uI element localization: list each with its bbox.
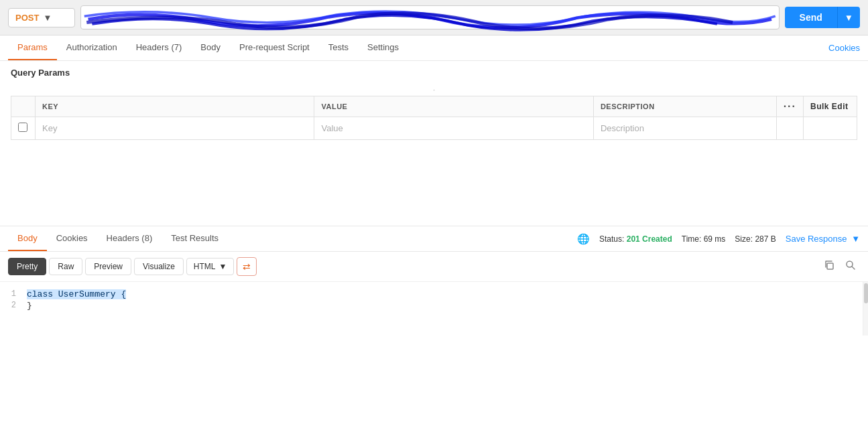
- key-cell[interactable]: Key: [36, 117, 314, 140]
- col-more-header: ···: [776, 96, 803, 117]
- wrap-button[interactable]: ⇄: [237, 257, 257, 276]
- copy-icon: [824, 260, 834, 271]
- send-button[interactable]: Send: [785, 7, 837, 28]
- bulk-cell: [804, 117, 857, 140]
- top-bar: POST ▼ Send ▼: [0, 0, 868, 35]
- code-line-1: 1 class UserSummery {: [0, 289, 868, 300]
- scrollbar-track: [863, 282, 868, 335]
- bulk-edit-button[interactable]: Bulk Edit: [810, 102, 849, 111]
- request-tabs-row: Params Authorization Headers (7) Body Pr…: [0, 35, 868, 61]
- method-chevron-icon: ▼: [43, 13, 52, 23]
- method-label: POST: [15, 13, 39, 23]
- status-bar: 🌐 Status: 201 Created Time: 69 ms Size: …: [577, 233, 860, 245]
- send-dropdown-button[interactable]: ▼: [837, 7, 860, 28]
- tab-tests[interactable]: Tests: [319, 35, 358, 60]
- svg-rect-0: [827, 263, 833, 269]
- search-button[interactable]: [841, 257, 860, 276]
- empty-space: [0, 140, 868, 220]
- col-bulk-header: Bulk Edit: [804, 96, 857, 117]
- value-cell[interactable]: Value: [314, 117, 593, 140]
- line-number-1: 1: [0, 289, 27, 299]
- code-wrapper: 1 class UserSummery { 2 }: [0, 282, 868, 335]
- code-area: 1 class UserSummery { 2 }: [0, 282, 868, 335]
- status-label: Status: 201 Created: [599, 234, 672, 244]
- url-input[interactable]: [80, 5, 780, 29]
- tab-body[interactable]: Body: [191, 35, 230, 60]
- response-tabs-row: Body Cookies Headers (8) Test Results 🌐 …: [0, 226, 868, 252]
- col-value-header: VALUE: [314, 96, 593, 117]
- response-tab-cookies[interactable]: Cookies: [47, 226, 97, 251]
- description-cell[interactable]: Description: [593, 117, 776, 140]
- code-line-2: 2 }: [0, 300, 868, 311]
- url-bar: [80, 5, 780, 29]
- method-select[interactable]: POST ▼: [8, 8, 75, 27]
- status-value: 201 Created: [627, 234, 672, 244]
- more-options-icon[interactable]: ···: [784, 100, 796, 112]
- tab-headers[interactable]: Headers (7): [127, 35, 192, 60]
- response-tab-headers[interactable]: Headers (8): [97, 226, 162, 251]
- tab-authorization[interactable]: Authorization: [57, 35, 127, 60]
- bottom-section: Body Cookies Headers (8) Test Results 🌐 …: [0, 226, 868, 335]
- col-checkbox: [11, 96, 36, 117]
- format-type-chevron-icon: ▼: [219, 262, 227, 271]
- more-cell: [776, 117, 803, 140]
- response-tab-test-results[interactable]: Test Results: [162, 226, 228, 251]
- tab-params[interactable]: Params: [8, 35, 57, 60]
- params-table: KEY VALUE DESCRIPTION ··· Bulk Edit: [11, 96, 857, 140]
- tab-settings[interactable]: Settings: [358, 35, 408, 60]
- scrollbar-thumb[interactable]: [864, 283, 868, 303]
- query-params-title: Query Params: [11, 68, 857, 78]
- format-raw-button[interactable]: Raw: [49, 258, 82, 275]
- cookies-link[interactable]: Cookies: [828, 43, 860, 53]
- tab-prerequest[interactable]: Pre-request Script: [230, 35, 319, 60]
- format-type-select[interactable]: HTML ▼: [186, 258, 235, 275]
- time-value: 69 ms: [704, 234, 726, 244]
- query-params-section: Query Params · KEY VALUE DESCRIPTION ···: [0, 61, 868, 140]
- save-response-button[interactable]: Save Response ▼: [786, 234, 860, 244]
- search-icon: [845, 260, 856, 271]
- format-visualize-button[interactable]: Visualize: [134, 258, 184, 275]
- format-pretty-button[interactable]: Pretty: [8, 258, 46, 275]
- size-value: 287 B: [755, 234, 776, 244]
- dot-separator: ·: [11, 83, 857, 96]
- table-row: Key Value Description: [11, 117, 857, 140]
- response-toolbar: Pretty Raw Preview Visualize HTML ▼ ⇄: [0, 252, 868, 282]
- size-label: Size: 287 B: [735, 234, 776, 244]
- row-checkbox-cell: [11, 117, 36, 140]
- globe-icon: 🌐: [577, 233, 590, 245]
- response-tab-body[interactable]: Body: [8, 226, 47, 251]
- col-desc-header: DESCRIPTION: [593, 96, 776, 117]
- code-text-1: class UserSummery {: [27, 289, 126, 299]
- send-button-group: Send ▼: [785, 7, 860, 28]
- col-key-header: KEY: [36, 96, 314, 117]
- time-label: Time: 69 ms: [682, 234, 726, 244]
- code-text-2: }: [27, 301, 32, 311]
- format-preview-button[interactable]: Preview: [85, 258, 131, 275]
- svg-line-2: [852, 267, 855, 269]
- line-number-2: 2: [0, 301, 27, 310]
- row-checkbox[interactable]: [18, 123, 27, 132]
- copy-button[interactable]: [820, 257, 839, 276]
